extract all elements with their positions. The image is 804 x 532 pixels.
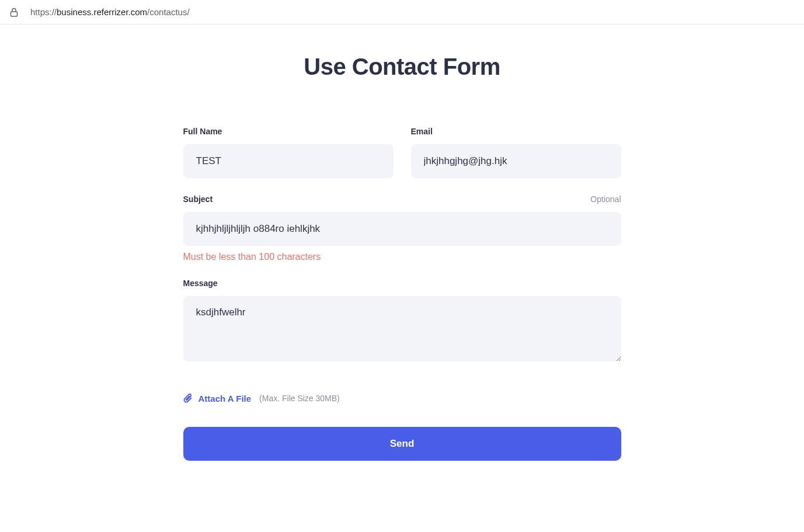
url-path: /contactus/ [147, 7, 190, 17]
url-domain: business.referrizer.com [57, 7, 147, 17]
form-row-name-email: Full Name Email [183, 127, 621, 178]
form-group-email: Email [411, 127, 621, 178]
email-label: Email [411, 127, 433, 136]
url-display[interactable]: https://business.referrizer.com/contactu… [30, 7, 190, 17]
subject-optional-text: Optional [590, 194, 621, 204]
paperclip-icon [183, 393, 193, 404]
browser-address-bar: https://business.referrizer.com/contactu… [0, 0, 804, 25]
label-row: Message [183, 279, 621, 288]
form-group-full-name: Full Name [183, 127, 394, 178]
label-row: Subject Optional [183, 194, 621, 204]
message-label: Message [183, 279, 218, 288]
attach-file-row[interactable]: Attach A File (Max. File Size 30MB) [183, 393, 621, 404]
contact-form-container: Use Contact Form Full Name Email Subject… [183, 54, 621, 461]
form-group-subject: Subject Optional Must be less than 100 c… [183, 194, 621, 262]
full-name-label: Full Name [183, 127, 222, 136]
message-textarea[interactable] [183, 296, 621, 361]
page-title: Use Contact Form [183, 54, 621, 80]
email-input[interactable] [411, 144, 621, 178]
full-name-input[interactable] [183, 144, 394, 178]
attach-file-label: Attach A File [199, 394, 252, 404]
url-protocol: https:// [30, 7, 57, 17]
svg-rect-0 [11, 12, 18, 16]
form-group-message: Message [183, 279, 621, 364]
lock-icon [9, 8, 19, 17]
subject-label: Subject [183, 194, 213, 204]
page-content: Use Contact Form Full Name Email Subject… [0, 25, 804, 461]
label-row: Full Name [183, 127, 394, 136]
label-row: Email [411, 127, 621, 136]
subject-error-text: Must be less than 100 characters [183, 252, 621, 262]
send-button[interactable]: Send [183, 427, 621, 461]
attach-file-hint: (Max. File Size 30MB) [259, 394, 340, 403]
subject-input[interactable] [183, 212, 621, 246]
